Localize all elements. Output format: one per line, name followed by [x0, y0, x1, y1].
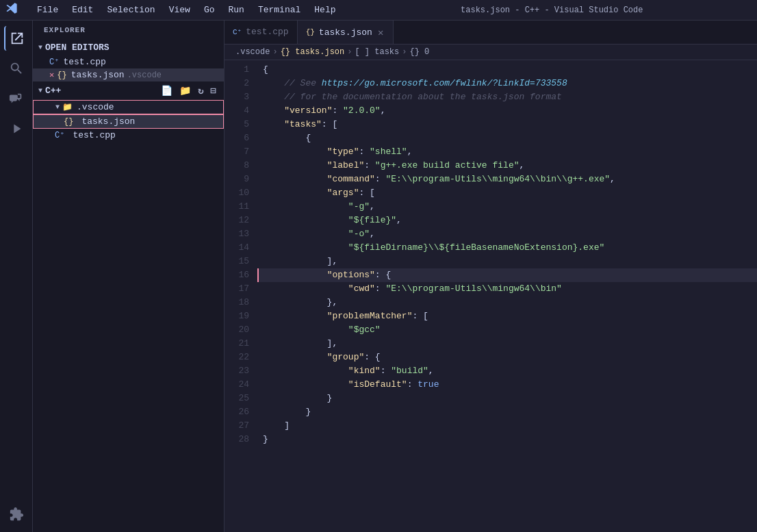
new-file-icon[interactable]: 📄 [159, 84, 175, 97]
code-line-7: "type": "shell", [257, 145, 757, 159]
code-line-28: } [257, 433, 757, 446]
tab-close-button[interactable]: ✕ [376, 26, 385, 39]
open-editor-tasks-json-label: tasks.json [71, 70, 125, 80]
code-line-11: "-g", [257, 200, 757, 214]
code-line-8: "label": "g++.exe build active file", [257, 159, 757, 173]
menu-view[interactable]: View [164, 3, 196, 16]
code-line-6: { [257, 131, 757, 145]
code-line-13: "-o", [257, 227, 757, 241]
code-line-10: "args": [ [257, 186, 757, 200]
title-bar: File Edit Selection View Go Run Terminal… [0, 0, 757, 21]
tab-cpp-icon: C⁺ [233, 27, 242, 36]
code-line-1: { [257, 63, 757, 77]
code-content: { // See https://go.microsoft.com/fwlink… [257, 60, 757, 532]
code-line-27: ] [257, 419, 757, 433]
extensions-activity-icon[interactable] [4, 502, 29, 527]
collapse-icon[interactable]: ⊟ [209, 84, 218, 97]
code-line-4: "version": "2.0.0", [257, 104, 757, 118]
tab-tasks-json-label: tasks.json [319, 27, 372, 38]
new-folder-icon[interactable]: 📁 [177, 84, 193, 97]
code-line-20: "$gcc" [257, 323, 757, 337]
menu-terminal[interactable]: Terminal [253, 3, 306, 16]
activity-bar [0, 21, 33, 532]
workspace-tools: 📄 📁 ↻ ⊟ [159, 84, 218, 97]
code-line-2: // See https://go.microsoft.com/fwlink/?… [257, 77, 757, 90]
code-line-24: "isDefault": true [257, 378, 757, 392]
breadcrumb-vscode: .vscode [235, 47, 270, 57]
breadcrumb-zero: {} 0 [409, 47, 429, 57]
explorer-activity-icon[interactable] [4, 26, 29, 51]
code-line-18: }, [257, 296, 757, 309]
code-line-25: } [257, 392, 757, 405]
code-line-15: ], [257, 255, 757, 268]
refresh-icon[interactable]: ↻ [196, 84, 205, 97]
code-line-12: "${file}", [257, 214, 757, 227]
breadcrumb-sep-2: › [347, 47, 352, 57]
code-line-9: "command": "E:\\program-Utils\\mingw64\\… [257, 173, 757, 186]
code-line-22: "group": { [257, 351, 757, 364]
json-file-icon: {} [57, 71, 66, 80]
breadcrumb-tasks-json: {} tasks.json [281, 47, 345, 57]
tasks-json-icon: {} [64, 117, 73, 127]
code-line-23: "kind": "build", [257, 364, 757, 378]
menu-run[interactable]: Run [222, 3, 249, 16]
menu-file[interactable]: File [31, 3, 64, 16]
run-activity-icon[interactable] [4, 116, 29, 141]
main-layout: EXPLORER ▼ OPEN EDITORS C⁺ test.cpp ✕ {}… [0, 21, 757, 532]
vscode-folder-label: .vscode [127, 71, 162, 80]
tab-tasks-json[interactable]: {} tasks.json ✕ [298, 21, 394, 44]
test-cpp-sidebar-label: test.cpp [73, 130, 115, 140]
open-editors-header[interactable]: ▼ OPEN EDITORS [33, 40, 224, 55]
code-line-26: } [257, 405, 757, 419]
test-cpp-icon: C⁺ [55, 130, 64, 140]
vscode-folder-chevron: ▼ [55, 103, 60, 111]
tab-json-icon: {} [306, 28, 315, 36]
tab-test-cpp[interactable]: C⁺ test.cpp [224, 21, 298, 44]
workspace-label: C++ [45, 86, 61, 96]
sidebar-title: EXPLORER [33, 21, 224, 40]
tasks-json-sidebar-label: tasks.json [81, 116, 135, 127]
menu-edit[interactable]: Edit [66, 3, 99, 16]
search-activity-icon[interactable] [4, 56, 29, 81]
open-editor-test-cpp-label: test.cpp [63, 57, 105, 67]
tasks-json-sidebar-item[interactable]: {} tasks.json [33, 114, 224, 129]
breadcrumb-sep-1: › [272, 47, 277, 57]
code-line-16: "options": { [257, 268, 757, 282]
vscode-logo [5, 2, 18, 18]
window-title: tasks.json - C++ - Visual Studio Code [352, 5, 752, 15]
menu-selection[interactable]: Selection [101, 3, 160, 16]
source-control-activity-icon[interactable] [4, 86, 29, 111]
editor-area: C⁺ test.cpp {} tasks.json ✕ .vscode › {}… [224, 21, 757, 532]
vscode-folder-name: .vscode [77, 102, 114, 112]
close-icon[interactable]: ✕ [49, 70, 54, 80]
menu-bar: File Edit Selection View Go Run Terminal… [31, 3, 342, 16]
open-editor-tasks-json[interactable]: ✕ {} tasks.json .vscode [33, 68, 224, 81]
code-line-21: ], [257, 337, 757, 351]
tab-test-cpp-label: test.cpp [246, 27, 288, 37]
open-editor-test-cpp[interactable]: C⁺ test.cpp [33, 55, 224, 68]
breadcrumb-tasks-array: [ ] tasks [355, 47, 399, 57]
menu-go[interactable]: Go [198, 3, 220, 16]
code-editor[interactable]: 12345 678910 1112131415 1617181920 21222… [224, 60, 757, 532]
breadcrumb: .vscode › {} tasks.json › [ ] tasks › {}… [224, 45, 757, 60]
sidebar: EXPLORER ▼ OPEN EDITORS C⁺ test.cpp ✕ {}… [33, 21, 224, 532]
code-line-3: // for the documentation about the tasks… [257, 90, 757, 104]
workspace-chevron: ▼ [38, 87, 42, 94]
test-cpp-sidebar-item[interactable]: C⁺ test.cpp [33, 129, 224, 142]
vscode-folder-item[interactable]: ▼ 📁 .vscode [33, 100, 224, 114]
code-line-19: "problemMatcher": [ [257, 309, 757, 323]
tab-bar: C⁺ test.cpp {} tasks.json ✕ [224, 21, 757, 45]
open-editors-label: OPEN EDITORS [45, 42, 110, 53]
menu-help[interactable]: Help [309, 3, 341, 16]
code-line-5: "tasks": [ [257, 118, 757, 131]
code-line-17: "cwd": "E:\\program-Utils\\mingw64\\bin" [257, 282, 757, 296]
folder-icon: 📁 [62, 102, 73, 112]
line-numbers: 12345 678910 1112131415 1617181920 21222… [224, 60, 257, 532]
open-editors-chevron: ▼ [38, 44, 42, 51]
breadcrumb-sep-3: › [402, 47, 407, 57]
workspace-cpp-header[interactable]: ▼ C++ 📄 📁 ↻ ⊟ [33, 81, 224, 100]
code-line-14: "${fileDirname}\\${fileBasenameNoExtensi… [257, 241, 757, 255]
cpp-file-icon: C⁺ [49, 57, 59, 67]
